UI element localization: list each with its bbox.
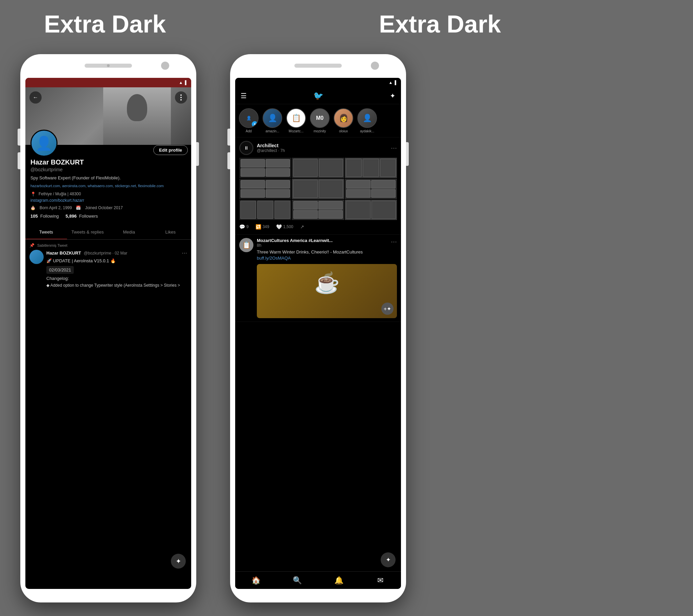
tweet-card-2-avatar: 📋 [239,238,254,252]
nav-messages-button[interactable]: ✉ [374,574,387,587]
phone-right: ▲ ▌ ☰ 🐦 ✦ 👤 + Add 👤 amazin... [230,54,406,602]
reply-action[interactable]: 💬 9 [239,224,249,230]
back-button[interactable]: ← [29,91,42,103]
location-icon: 📍 [31,192,36,197]
cover-photo-person [103,87,171,145]
avatar-container [31,130,58,157]
tv-single [293,159,318,177]
share-action[interactable]: ↗ [300,224,304,230]
image-grid [239,158,397,220]
tweet-card-1: ⏸ Archillect @archillect · 7h ⋯ [235,137,401,234]
tweet-card-1-info: Archillect @archillect · 7h [257,143,388,153]
tweet-card-2-link[interactable]: buff.ly/2OsMAQA [257,255,291,261]
retweet-action[interactable]: 🔁 349 [256,224,269,230]
avatar [31,130,58,157]
tab-tweets-replies[interactable]: Tweets & replies [67,226,108,239]
tv-item [265,168,290,177]
story-item-1[interactable]: 👤 amazin... [262,108,282,133]
born-text: Born April 2, 1999 [40,206,72,210]
speaker-dot [107,64,110,67]
phone-screen-left: ▲ ▌ ← Edit profile Hazar BOZKURT @bozkur… [25,78,191,589]
status-bar-right: ▲ ▌ [235,78,401,87]
calendar-icon: 📅 [76,206,81,210]
story-avatar-1: 👤 [262,108,282,128]
volume-down-button-right[interactable] [227,152,230,169]
top-nav-right: ☰ 🐦 ✦ [235,87,401,104]
page-title-right: Extra Dark [379,10,501,38]
bottom-nav: 🏠 🔍 🔔 ✉ [235,571,401,589]
story-avatar-2: 📋 [286,108,306,128]
tab-media[interactable]: Media [108,226,150,239]
tweet-card-2-content: MozartCultures America #Learnwit... 8h ⋯… [257,238,397,318]
grid-cell-1 [239,158,291,178]
nav-search-button[interactable]: 🔍 [291,574,304,587]
stories-row: 👤 + Add 👤 amazin... 📋 Mozartc... M0 mozi… [235,104,401,137]
volume-up-button-right[interactable] [227,129,230,146]
grid-cell-4 [239,179,291,199]
nav-home-button[interactable]: 🏠 [249,574,262,587]
tab-tweets[interactable]: Tweets [25,226,67,239]
story-item-add[interactable]: 👤 + Add [239,108,259,133]
status-bar-left: ▲ ▌ [25,78,191,87]
story-item-2[interactable]: 📋 Mozartc... [286,108,306,133]
story-avatar-4: 👩 [334,108,353,128]
tweet-more-button[interactable]: ⋯ [182,250,187,256]
edit-profile-button[interactable]: Edit profile [153,145,188,155]
page-title-left: Extra Dark [44,10,166,38]
story-item-3[interactable]: M0 mozinity [310,108,330,133]
tweet-area: 📌 Sabitlenmiş Tweet Hazar BOZKURT @bozku… [25,239,191,292]
pause-icon[interactable]: ⏸ [240,142,253,154]
retweet-icon: 🔁 [256,224,261,230]
power-button[interactable] [196,142,199,166]
tweet-avatar [29,250,44,264]
sparkle-button[interactable]: ✦ [390,92,396,100]
following-label: Following [40,214,59,219]
tv-item [241,168,265,177]
joined-text: Joined October 2017 [85,206,122,210]
fab-button-right[interactable]: ✦ [381,552,396,567]
profile-name: Hazar BOZKURT [31,158,186,166]
speaker-left [85,64,132,68]
pinned-label: 📌 Sabitlenmiş Tweet [29,243,187,248]
story-item-5[interactable]: 👤 aydakik... [357,108,377,133]
tv-single [346,159,362,177]
tweet-handle-date: @bozkurtprime · 02 Mar [83,251,127,255]
story-item-4[interactable]: 👩 oloiux [333,108,354,133]
tv-item [318,201,343,210]
tv-item [318,210,343,219]
like-action[interactable]: 🤍 1,500 [276,224,293,230]
volume-down-button[interactable] [18,152,20,169]
add-overlay-icon: + [252,121,258,127]
tweet-card-1-more-button[interactable]: ⋯ [391,144,397,152]
phone-left: ▲ ▌ ← Edit profile Hazar BOZKURT @bozkur… [20,54,196,602]
birthday-icon: 🎂 [31,206,36,210]
volume-up-button[interactable] [18,129,20,146]
tweet-card-2-time: 8h [257,243,333,248]
story-avatar-5: 👤 [357,108,377,128]
tweet-card-2-image: ☕ +✦ [257,264,397,318]
speaker-right [294,64,342,68]
tweet-card-2-more-button[interactable]: ⋯ [391,238,397,245]
nav-notifications-button[interactable]: 🔔 [332,574,345,587]
tv-single [240,201,256,219]
profile-handle: @bozkurtprime [31,167,186,172]
tv-item [293,201,318,210]
followers-count[interactable]: 5,896 Followers [66,214,98,219]
location-text: Fethiye / Muğla | 48300 [39,192,81,196]
tweet-card-2-fab[interactable]: +✦ [381,303,394,315]
more-options-button[interactable] [175,91,187,103]
twitter-logo-icon: 🐦 [313,91,323,100]
power-button-right[interactable] [406,142,409,166]
tweet-card-1-author: Archillect [257,143,388,148]
story-label-4: oloiux [339,129,348,133]
fab-button[interactable]: ✦ [171,554,186,569]
grid-cell-8 [292,200,344,220]
hamburger-menu-button[interactable]: ☰ [241,92,247,100]
tab-likes[interactable]: Likes [150,226,192,239]
following-count[interactable]: 105 Following [31,214,59,219]
grid-cell-3 [345,158,397,178]
followers-label: Followers [79,214,98,219]
followers-number: 5,896 [66,214,77,219]
story-label-2: Mozartc... [289,129,303,133]
tweet-row: Hazar BOZKURT @bozkurtprime · 02 Mar ⋯ 🚀… [29,250,187,289]
